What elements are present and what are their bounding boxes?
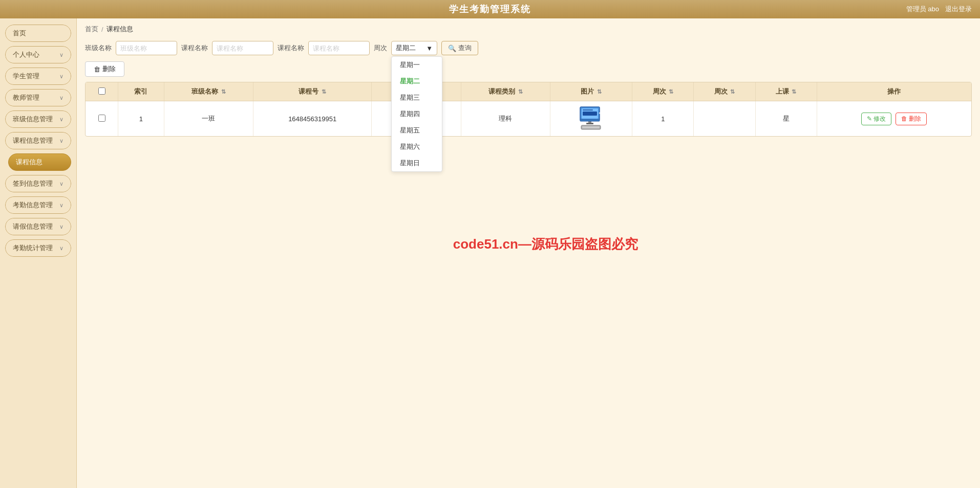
header-class-time[interactable]: 上课 ⇅ — [755, 82, 817, 101]
table-row: 1 一班 1648456319951 计算机 理科 — [86, 101, 971, 137]
row-weekday: 1 — [632, 101, 694, 137]
course-table-element: 索引 班级名称 ⇅ 课程号 ⇅ 课程名称 ⇅ — [86, 82, 971, 136]
arrow-icon: ∨ — [59, 73, 63, 80]
breadcrumb-separator: / — [101, 26, 103, 33]
course-name-input[interactable] — [308, 41, 370, 55]
header-checkbox[interactable] — [86, 82, 118, 101]
arrow-icon: ∨ — [59, 181, 63, 187]
header-course-type[interactable]: 课程类别 ⇅ — [461, 82, 550, 101]
arrow-icon: ∨ — [59, 245, 63, 252]
leave-button[interactable]: 请假信息管理 ∨ — [5, 218, 71, 235]
breadcrumb: 首页 / 课程信息 — [85, 25, 972, 34]
sidebar-item-teacher[interactable]: 教师管理 ∨ — [5, 89, 71, 106]
weekday-option-3[interactable]: 星期三 — [392, 90, 442, 106]
row-index: 1 — [118, 101, 164, 137]
weekday-select-wrap: 星期二 ▼ 星期一 星期二 星期三 星期四 星期五 星期六 星期日 — [391, 41, 437, 55]
sort-icon: ⇅ — [669, 88, 673, 95]
course-info-active-button[interactable]: 课程信息 — [8, 153, 71, 171]
arrow-icon: ∨ — [59, 116, 63, 123]
svg-point-7 — [599, 113, 600, 114]
weekday-select-button[interactable]: 星期二 ▼ — [391, 41, 437, 55]
weekday-label: 周次 — [374, 43, 387, 53]
arrow-icon: ∨ — [59, 95, 63, 101]
weekday-option-4[interactable]: 星期四 — [392, 106, 442, 122]
select-all-checkbox[interactable] — [98, 87, 105, 95]
class-search-input[interactable] — [116, 41, 177, 55]
sidebar-item-checkin[interactable]: 签到信息管理 ∨ — [5, 175, 71, 192]
checkin-button[interactable]: 签到信息管理 ∨ — [5, 175, 71, 192]
teacher-button[interactable]: 教师管理 ∨ — [5, 89, 71, 106]
weekday-option-7[interactable]: 星期日 — [392, 155, 442, 171]
course-image — [576, 105, 607, 131]
table-header: 索引 班级名称 ⇅ 课程号 ⇅ 课程名称 ⇅ — [86, 82, 971, 101]
header-class-name[interactable]: 班级名称 ⇅ — [164, 82, 253, 101]
sidebar-item-personal[interactable]: 个人中心 ∨ — [5, 46, 71, 63]
weekday-selected-label: 星期二 — [396, 43, 416, 53]
row-course-type: 理科 — [461, 101, 550, 137]
weekday-option-1[interactable]: 星期一 — [392, 57, 442, 73]
search-bar: 班级名称 课程名称 课程名称 周次 星期二 ▼ 星期一 星期二 星期三 星期四 … — [85, 41, 972, 55]
sidebar-item-stats[interactable]: 考勤统计管理 ∨ — [5, 239, 71, 257]
arrow-icon: ∨ — [59, 224, 63, 230]
home-button[interactable]: 首页 — [5, 25, 71, 42]
sidebar-item-student[interactable]: 学生管理 ∨ — [5, 68, 71, 85]
weekday-dropdown: 星期一 星期二 星期三 星期四 星期五 星期六 星期日 — [391, 56, 442, 172]
row-class-time: 星 — [755, 101, 817, 137]
course-info-button[interactable]: 课程信息管理 ∨ — [5, 132, 71, 149]
table-body: 1 一班 1648456319951 计算机 理科 — [86, 101, 971, 137]
edit-button[interactable]: ✎ 修改 — [861, 113, 891, 125]
sidebar: 首页 个人中心 ∨ 学生管理 ∨ 教师管理 ∨ 班级信息管理 ∨ — [0, 18, 77, 488]
class-info-button[interactable]: 班级信息管理 ∨ — [5, 110, 71, 128]
sort-icon: ⇅ — [221, 88, 226, 95]
row-image — [550, 101, 632, 137]
row-select-checkbox[interactable] — [98, 115, 105, 122]
arrow-icon: ∨ — [59, 52, 63, 58]
row-checkbox[interactable] — [86, 101, 118, 137]
header-weekday[interactable]: 周次 ⇅ — [632, 82, 694, 101]
svg-rect-2 — [583, 109, 593, 110]
sidebar-item-course-info[interactable]: 课程信息管理 ∨ — [5, 132, 71, 149]
svg-rect-9 — [582, 126, 600, 128]
stats-button[interactable]: 考勤统计管理 ∨ — [5, 239, 71, 257]
row-class-name: 一班 — [164, 101, 253, 137]
row-operations: ✎ 修改 🗑 删除 — [817, 101, 971, 137]
header-image[interactable]: 图片 ⇅ — [550, 82, 632, 101]
student-button[interactable]: 学生管理 ∨ — [5, 68, 71, 85]
class-label: 班级名称 — [85, 43, 112, 53]
attendance-button[interactable]: 考勤信息管理 ∨ — [5, 196, 71, 214]
breadcrumb-current: 课程信息 — [106, 25, 133, 34]
sort-icon: ⇅ — [730, 88, 735, 95]
chevron-down-icon: ▼ — [426, 45, 433, 52]
arrow-icon: ∨ — [59, 138, 63, 144]
personal-button[interactable]: 个人中心 ∨ — [5, 46, 71, 63]
weekday-option-6[interactable]: 星期六 — [392, 139, 442, 155]
row-times — [694, 101, 755, 137]
weekday-option-2[interactable]: 星期二 — [392, 73, 442, 90]
row-course-number: 1648456319951 — [253, 101, 371, 137]
logout-link[interactable]: 退出登录 — [945, 5, 972, 14]
sidebar-item-class-info[interactable]: 班级信息管理 ∨ — [5, 110, 71, 128]
svg-rect-3 — [583, 112, 597, 116]
header: 学生考勤管理系统 管理员 abo 退出登录 — [0, 0, 980, 18]
sort-icon: ⇅ — [518, 88, 523, 95]
sidebar-item-attendance[interactable]: 考勤信息管理 ∨ — [5, 196, 71, 214]
sort-icon: ⇅ — [322, 88, 326, 95]
course-name-label: 课程名称 — [278, 43, 304, 53]
computer-svg — [577, 106, 606, 130]
header-index: 索引 — [118, 82, 164, 101]
svg-rect-6 — [580, 119, 600, 121]
course-number-input[interactable] — [212, 41, 273, 55]
header-course-number[interactable]: 课程号 ⇅ — [253, 82, 371, 101]
delete-row-button[interactable]: 🗑 删除 — [896, 113, 927, 125]
batch-delete-button[interactable]: 🗑 删除 — [85, 61, 124, 77]
course-info-active-item[interactable]: 课程信息 — [5, 153, 71, 171]
search-icon: 🔍 — [448, 45, 456, 52]
sidebar-item-home[interactable]: 首页 — [5, 25, 71, 42]
header-operation: 操作 — [817, 82, 971, 101]
sidebar-item-leave[interactable]: 请假信息管理 ∨ — [5, 218, 71, 235]
breadcrumb-home[interactable]: 首页 — [85, 25, 98, 34]
search-button[interactable]: 🔍 查询 — [441, 41, 478, 55]
content-area: 首页 / 课程信息 班级名称 课程名称 课程名称 周次 星期二 ▼ 星期一 星期… — [77, 18, 980, 488]
weekday-option-5[interactable]: 星期五 — [392, 122, 442, 139]
header-times[interactable]: 周次 ⇅ — [694, 82, 755, 101]
